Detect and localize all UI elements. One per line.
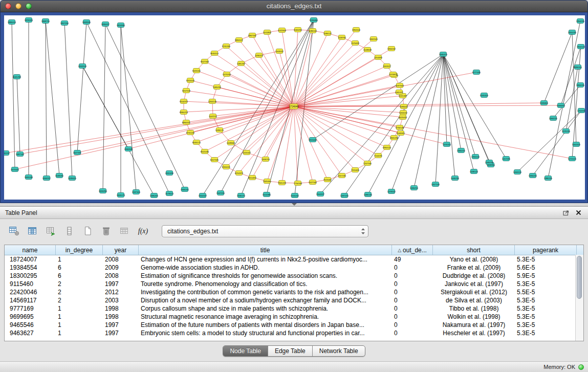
network-node[interactable]: 1564324 — [572, 142, 581, 147]
table-row[interactable]: 1830029562008Estimation of significance … — [5, 272, 583, 280]
new-table-button[interactable] — [81, 225, 95, 237]
network-node[interactable]: 1415327 — [243, 150, 251, 155]
network-node[interactable]: 1648260 — [55, 173, 64, 178]
network-node[interactable]: 1536170 — [237, 193, 246, 198]
network-node[interactable]: 1584216 — [549, 116, 558, 121]
select-columns-button[interactable] — [26, 225, 39, 237]
splitter-collapse-icon[interactable] — [292, 203, 297, 206]
network-node[interactable]: 9527343 — [201, 59, 209, 64]
network-node[interactable]: 1438124 — [470, 169, 478, 174]
network-node[interactable]: 8417325 — [210, 158, 219, 162]
network-node[interactable]: 6734126 — [396, 125, 404, 130]
network-node[interactable]: 1074871 — [389, 72, 398, 77]
network-node[interactable]: 8110453 — [248, 176, 257, 180]
network-node[interactable]: 1524385 — [263, 192, 271, 197]
apply-function-button[interactable]: f(x) — [136, 225, 150, 237]
network-node[interactable]: 1824930 — [117, 23, 125, 28]
column-header-short[interactable]: short — [433, 245, 515, 255]
table-row[interactable]: 946362711997Embryonic stem cells: a mode… — [5, 329, 583, 337]
network-node[interactable]: 6623418 — [399, 115, 407, 120]
column-header-year[interactable]: year — [103, 245, 139, 255]
network-node[interactable]: 1045921 — [397, 131, 405, 136]
tab-network-table[interactable]: Network Table — [313, 346, 365, 356]
network-node[interactable]: 1954235 — [576, 19, 585, 24]
network-node[interactable]: 1566241 — [181, 187, 189, 192]
network-node[interactable]: 9277435 — [472, 70, 481, 75]
network-node[interactable]: 1274124 — [568, 157, 577, 161]
network-node[interactable]: 7417230 — [338, 173, 346, 178]
network-node[interactable]: 1595818 — [557, 103, 565, 108]
network-node[interactable]: 1406215 — [262, 157, 270, 162]
network-node[interactable]: 1447211 — [209, 114, 217, 119]
network-node[interactable]: 7523467 — [323, 178, 332, 182]
table-row[interactable]: 977716911998Corpus callosum shape and si… — [5, 304, 583, 313]
network-node[interactable]: 1436170 — [215, 128, 224, 133]
network-node[interactable]: 1154494 — [374, 55, 383, 60]
network-node[interactable]: 1884235 — [576, 83, 585, 87]
network-node[interactable]: 1366215 — [457, 148, 466, 153]
table-row[interactable]: 1872400712008Changes of HCN gene express… — [5, 255, 583, 264]
network-node[interactable]: 8214373 — [235, 171, 244, 176]
network-node[interactable]: 1466214 — [410, 186, 419, 190]
network-node[interactable]: 8521036 — [201, 149, 209, 154]
table-row[interactable]: 1938455462009Genome-wide association stu… — [5, 264, 583, 272]
network-view-canvas[interactable]: 1886014187632318687101857254184953518364… — [4, 15, 585, 200]
network-node[interactable]: 1616250 — [99, 189, 107, 193]
network-node[interactable]: 1118760 — [338, 35, 346, 40]
create-column-button[interactable] — [44, 225, 58, 237]
network-node[interactable]: 1673325 — [11, 167, 19, 172]
network-node[interactable]: 1595803 — [540, 101, 549, 105]
network-node[interactable]: 8316221 — [222, 165, 231, 169]
network-node[interactable]: 1904124 — [577, 45, 585, 49]
column-header-title[interactable]: title — [139, 245, 392, 255]
network-node[interactable]: 9630114 — [210, 51, 219, 56]
network-node[interactable]: 1148538 — [363, 48, 372, 52]
network-node[interactable]: 1063251 — [294, 28, 302, 32]
import-table-button[interactable] — [118, 225, 132, 237]
network-node[interactable]: 1857254 — [60, 21, 69, 26]
network-node[interactable]: 6841235 — [390, 136, 399, 140]
network-node[interactable]: 1896316 — [574, 65, 582, 70]
network-node[interactable]: 1639415 — [68, 176, 77, 181]
network-node[interactable]: 1197343 — [396, 83, 404, 88]
network-node[interactable]: 1627331 — [73, 150, 82, 155]
network-node[interactable]: 1886014 — [8, 20, 16, 25]
network-node[interactable]: 1428843 — [227, 141, 235, 145]
zoom-window-button[interactable] — [26, 3, 32, 9]
network-node[interactable]: 1446235 — [451, 176, 460, 181]
table-row[interactable]: 911546021997Tourette syndrome. Phenomeno… — [5, 280, 583, 288]
network-node[interactable]: 1516242 — [291, 193, 299, 198]
network-node[interactable]: 9165324 — [480, 93, 489, 98]
network-node[interactable]: 9104372 — [180, 99, 188, 104]
network-node[interactable]: 6953124 — [383, 145, 391, 150]
network-node[interactable]: 2060545 — [124, 147, 133, 151]
network-node[interactable]: 1011853 — [263, 30, 272, 35]
network-node[interactable]: 1186044 — [400, 104, 408, 109]
tab-edge-table[interactable]: Edge Table — [268, 346, 313, 356]
network-node[interactable]: 1665248 — [25, 175, 33, 180]
scrollbar-thumb[interactable] — [577, 256, 582, 299]
minimize-window-button[interactable] — [15, 3, 21, 9]
network-node[interactable]: 1578113 — [165, 191, 174, 196]
network-node[interactable]: 1406124 — [513, 170, 522, 174]
network-node[interactable]: 1481267 — [237, 61, 246, 66]
network-node[interactable]: 1346237 — [485, 160, 494, 165]
network-node[interactable]: 7925361 — [263, 179, 272, 184]
change-table-mode-button[interactable] — [7, 225, 21, 237]
tab-node-table[interactable]: Node Table — [223, 346, 268, 356]
row-view-button[interactable] — [62, 225, 76, 237]
column-header-out_degree[interactable]: △out_de... — [392, 245, 433, 255]
network-node[interactable]: 1554327 — [199, 193, 207, 198]
float-panel-button[interactable] — [561, 209, 571, 217]
network-node[interactable]: 1264316 — [577, 108, 585, 113]
network-node[interactable]: 1125439 — [351, 41, 360, 46]
network-node[interactable]: 1486135 — [364, 192, 373, 197]
network-node[interactable]: 1386135 — [544, 176, 553, 181]
network-node[interactable]: 1473205 — [223, 72, 231, 77]
network-node[interactable]: 1376324 — [443, 142, 451, 147]
network-node[interactable]: 2051434 — [165, 171, 174, 176]
network-node[interactable]: 1586205 — [150, 193, 159, 198]
network-node[interactable]: 1394216 — [529, 173, 537, 178]
network-node[interactable]: 1163127 — [383, 64, 391, 69]
close-panel-button[interactable] — [574, 209, 583, 217]
